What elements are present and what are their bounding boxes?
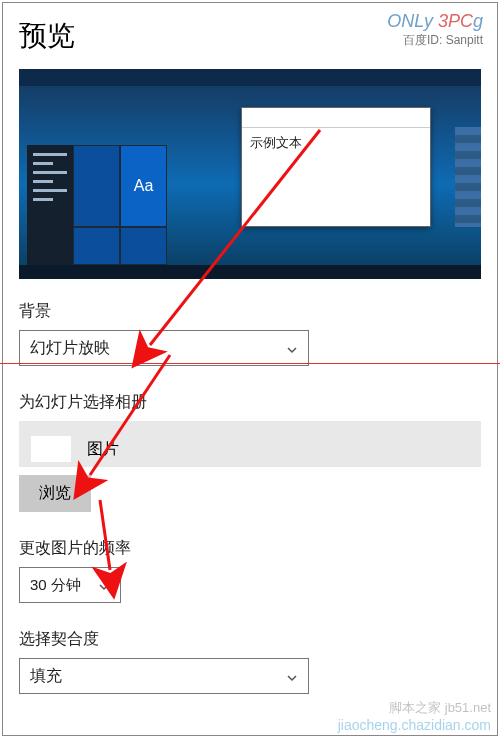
sample-window: 示例文本 (241, 107, 431, 227)
fit-dropdown[interactable]: 填充 (19, 658, 309, 694)
fit-dropdown-value: 填充 (30, 666, 62, 687)
footer-watermark-a: 脚本之家 jb51.net (389, 699, 491, 717)
frequency-label: 更改图片的频率 (19, 538, 481, 559)
fit-label: 选择契合度 (19, 629, 481, 650)
album-item-label: 图片 (87, 439, 119, 460)
frequency-dropdown[interactable]: 30 分钟 (19, 567, 121, 603)
background-label: 背景 (19, 301, 481, 322)
start-menu-mock: Aa (27, 145, 167, 265)
watermark: ONLy 3PCg 百度ID: Sanpitt (387, 11, 483, 49)
album-block: 图片 (19, 421, 481, 467)
background-dropdown[interactable]: 幻灯片放映 (19, 330, 309, 366)
frequency-dropdown-value: 30 分钟 (30, 576, 81, 595)
footer-watermark-b: jiaocheng.chazidian.com (338, 717, 491, 733)
sample-window-text: 示例文本 (242, 128, 430, 158)
background-dropdown-value: 幻灯片放映 (30, 338, 110, 359)
chevron-down-icon (286, 670, 298, 682)
browse-button[interactable]: 浏览 (19, 475, 91, 512)
annotation-divider (0, 363, 500, 364)
tile-aa: Aa (121, 146, 166, 226)
album-thumb (31, 436, 71, 462)
chevron-down-icon (98, 579, 110, 591)
chevron-down-icon (286, 342, 298, 354)
album-label: 为幻灯片选择相册 (19, 392, 481, 413)
background-preview: Aa 示例文本 (19, 69, 481, 279)
